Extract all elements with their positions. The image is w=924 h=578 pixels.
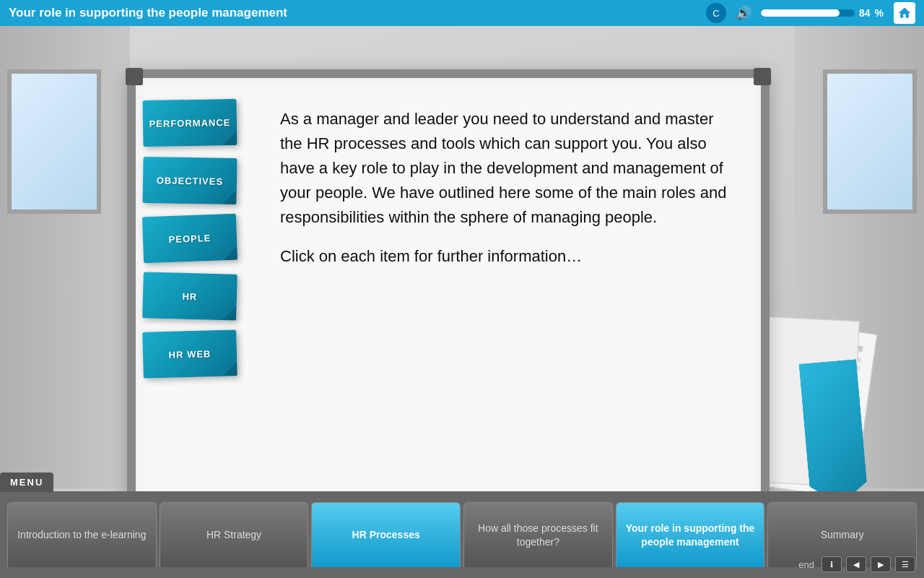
next-button[interactable]: ▶	[871, 556, 891, 572]
nav-item-hr-strategy[interactable]: HR Strategy	[160, 502, 309, 567]
nav-items: Introduction to the e-learning HR Strate…	[0, 491, 924, 578]
cc-icon: C	[712, 8, 719, 19]
nav-item-how-all[interactable]: How all those processes fit together?	[463, 502, 613, 567]
bg-window-right	[823, 69, 917, 214]
tab-hr[interactable]: HR	[142, 272, 237, 320]
menu-button[interactable]: ☰	[895, 556, 915, 572]
volume-icon: 🔊	[736, 5, 751, 21]
bg-window-left	[7, 69, 101, 214]
progress-percent-sign: %	[875, 7, 884, 19]
scene: PERFORMANCE OBJECTIVES PEOPLE HR HR WEB …	[0, 26, 924, 578]
bottom-right-controls: end ℹ ◀ ▶ ☰	[798, 556, 915, 572]
top-bar: Your role in supporting the people manag…	[0, 0, 924, 26]
progress-bar-container: 84 %	[761, 7, 884, 19]
wb-content: PERFORMANCE OBJECTIVES PEOPLE HR HR WEB …	[136, 78, 761, 501]
wb-main-text: As a manager and leader you need to unde…	[280, 107, 732, 230]
home-button[interactable]	[894, 2, 915, 24]
home-icon	[897, 6, 912, 20]
whiteboard: PERFORMANCE OBJECTIVES PEOPLE HR HR WEB …	[127, 69, 770, 510]
nav-item-hr-processes[interactable]: HR Processes	[311, 502, 461, 567]
tab-performance[interactable]: PERFORMANCE	[142, 99, 237, 147]
tab-hr-web[interactable]: HR WEB	[142, 329, 237, 378]
top-bar-controls: C 🔊 84 %	[706, 2, 915, 24]
nav-item-your-role[interactable]: Your role in supporting the people manag…	[616, 502, 765, 567]
wb-text-area: As a manager and leader you need to unde…	[258, 92, 754, 487]
progress-bar-fill	[761, 9, 840, 17]
volume-button[interactable]: 🔊	[733, 3, 754, 23]
wb-tabs: PERFORMANCE OBJECTIVES PEOPLE HR HR WEB	[143, 92, 258, 487]
info-button[interactable]: ℹ	[821, 556, 842, 572]
progress-percentage: 84	[859, 7, 871, 19]
progress-bar-track	[761, 9, 855, 17]
wb-corner-tl	[126, 68, 143, 85]
wb-corner-tr	[754, 68, 771, 85]
tab-people[interactable]: PEOPLE	[142, 214, 237, 263]
tab-objectives[interactable]: OBJECTIVES	[142, 157, 237, 204]
end-label: end	[798, 559, 814, 570]
cc-button[interactable]: C	[706, 3, 726, 23]
page-title: Your role in supporting the people manag…	[9, 6, 706, 20]
bottom-nav: MENU Introduction to the e-learning HR S…	[0, 491, 924, 578]
prev-button[interactable]: ◀	[846, 556, 866, 572]
wb-click-instruction: Click on each item for further informati…	[280, 247, 732, 266]
menu-label: MENU	[0, 473, 53, 492]
nav-item-intro[interactable]: Introduction to the e-learning	[7, 502, 157, 567]
